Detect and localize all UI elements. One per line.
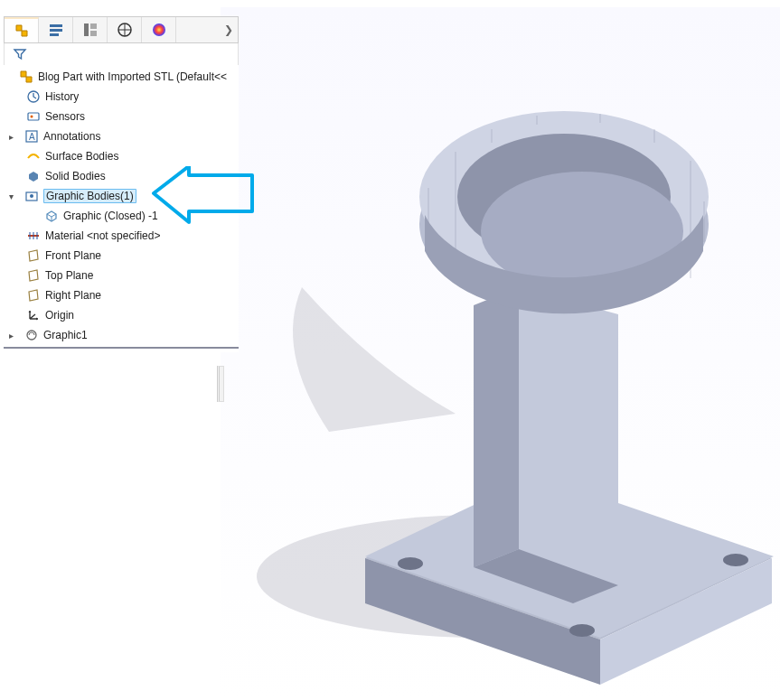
tab-property-manager[interactable] xyxy=(39,17,73,42)
tab-dimxpert-manager[interactable] xyxy=(108,17,142,42)
part-upright xyxy=(474,287,618,603)
tree-sensors-label: Sensors xyxy=(45,110,85,123)
3d-viewport[interactable] xyxy=(221,7,780,700)
tree-origin[interactable]: Origin xyxy=(4,305,239,325)
tree-annotations[interactable]: ▸ A Annotations xyxy=(4,126,239,146)
panel-tabbar: ❯ xyxy=(4,16,239,43)
tree-graphic-bodies[interactable]: ▾ Graphic Bodies(1) xyxy=(4,186,239,206)
expander-icon[interactable]: ▸ xyxy=(5,132,16,142)
part-shadow-2 xyxy=(293,287,456,432)
tree-graphic-closed-label: Graphic (Closed) -1 xyxy=(63,210,158,222)
svg-rect-35 xyxy=(28,113,39,120)
tree-root-label: Blog Part with Imported STL (Default<< xyxy=(38,70,227,83)
tree-right-plane[interactable]: Right Plane xyxy=(4,285,239,305)
svg-marker-10 xyxy=(519,287,618,585)
svg-text:A: A xyxy=(29,132,35,142)
svg-rect-26 xyxy=(50,33,59,36)
feature-manager-icon xyxy=(14,23,30,39)
panel-resize-handle[interactable] xyxy=(217,366,224,402)
feature-manager-panel: ❯ Blog Part with Imported STL (Default<<… xyxy=(4,16,239,352)
tree-annotations-label: Annotations xyxy=(43,130,100,143)
part-icon xyxy=(18,69,34,85)
tree-top-plane[interactable]: Top Plane xyxy=(4,266,239,285)
expander-icon[interactable]: ▸ xyxy=(5,331,16,341)
tree-sensors[interactable]: Sensors xyxy=(4,107,239,126)
history-icon xyxy=(25,89,42,105)
tree-filter-bar xyxy=(4,43,239,65)
tree-history-label: History xyxy=(45,90,79,103)
tree-graphic-bodies-label: Graphic Bodies(1) xyxy=(43,189,136,203)
tree-right-plane-label: Right Plane xyxy=(45,289,101,302)
surface-bodies-icon xyxy=(25,148,42,164)
imported-feature-icon xyxy=(23,327,40,343)
tab-overflow-arrow[interactable]: ❯ xyxy=(220,23,238,36)
origin-icon xyxy=(25,307,42,323)
tree-solid-bodies-label: Solid Bodies xyxy=(45,170,106,182)
property-manager-icon xyxy=(48,22,64,38)
svg-point-33 xyxy=(153,23,165,36)
svg-rect-29 xyxy=(90,31,97,36)
graphic-bodies-icon xyxy=(23,188,40,204)
tree-graphic1-label: Graphic1 xyxy=(43,329,88,341)
tree-material-label: Material <not specified> xyxy=(45,229,160,242)
part-ring xyxy=(419,111,709,313)
feature-tree: Blog Part with Imported STL (Default<< H… xyxy=(4,65,239,352)
tree-root-part[interactable]: Blog Part with Imported STL (Default<< xyxy=(4,67,239,87)
tree-solid-bodies[interactable]: Solid Bodies xyxy=(4,166,239,186)
plane-icon xyxy=(25,267,42,284)
plane-icon xyxy=(25,247,42,264)
svg-point-6 xyxy=(569,624,595,637)
tree-rollback-bar[interactable] xyxy=(4,347,239,349)
filter-icon[interactable] xyxy=(12,46,28,62)
tree-origin-label: Origin xyxy=(45,309,74,322)
tab-feature-manager[interactable] xyxy=(5,17,39,42)
tree-front-plane-label: Front Plane xyxy=(45,249,101,262)
svg-point-36 xyxy=(31,116,33,118)
expander-icon[interactable]: ▾ xyxy=(5,191,16,201)
tree-surface-bodies[interactable]: Surface Bodies xyxy=(4,146,239,166)
svg-rect-27 xyxy=(84,23,89,36)
tree-graphic-closed[interactable]: Graphic (Closed) -1 xyxy=(4,206,239,226)
svg-rect-28 xyxy=(90,23,97,29)
svg-rect-25 xyxy=(50,29,62,32)
annotations-icon: A xyxy=(23,128,40,145)
plane-icon xyxy=(25,287,42,303)
tree-graphic1-feature[interactable]: ▸ Graphic1 xyxy=(4,325,239,345)
configuration-manager-icon xyxy=(82,22,99,38)
tree-surface-bodies-label: Surface Bodies xyxy=(45,150,118,163)
graphic-body-icon xyxy=(43,208,60,224)
dimxpert-icon xyxy=(117,22,133,38)
sensors-icon xyxy=(25,108,42,125)
tree-front-plane[interactable]: Front Plane xyxy=(4,246,239,266)
tab-configuration-manager[interactable] xyxy=(73,17,108,42)
svg-marker-9 xyxy=(474,287,519,567)
material-icon xyxy=(25,228,42,244)
tree-top-plane-label: Top Plane xyxy=(45,269,93,282)
svg-point-7 xyxy=(723,554,748,566)
solid-bodies-icon xyxy=(25,168,42,184)
tree-material[interactable]: Material <not specified> xyxy=(4,226,239,246)
svg-point-5 xyxy=(398,557,423,570)
tab-display-manager[interactable] xyxy=(142,17,176,42)
svg-point-40 xyxy=(30,194,33,198)
display-manager-icon xyxy=(151,22,167,38)
svg-rect-24 xyxy=(50,24,62,27)
tree-history[interactable]: History xyxy=(4,87,239,107)
